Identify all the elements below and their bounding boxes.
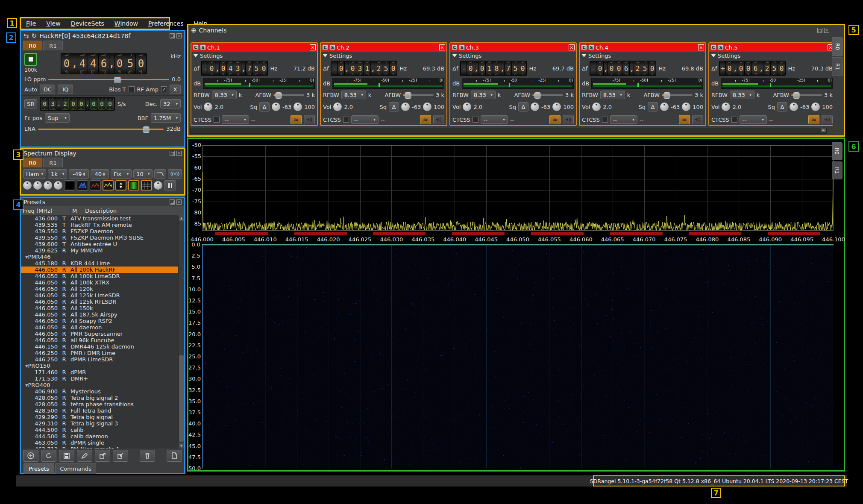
preset-row[interactable]: 446.050Rall 96k Funcube: [21, 337, 184, 343]
dial-digit[interactable]: 678: [504, 62, 511, 75]
spectrum-plot[interactable]: [202, 145, 834, 231]
channel-s-button[interactable]: S: [718, 44, 724, 50]
invert-waterfall-icon[interactable]: [115, 180, 126, 190]
audio-mute-button[interactable]: [433, 115, 444, 124]
menu-item-view[interactable]: View: [46, 20, 60, 27]
ctcss-dropdown[interactable]: --▾: [351, 115, 379, 124]
dial-digit[interactable]: 901: [778, 62, 785, 75]
dial-digit[interactable]: 901: [114, 54, 125, 73]
tab-r1[interactable]: R1: [43, 158, 63, 167]
squelch-gate-knob[interactable]: [552, 103, 561, 111]
grid-intensity-knob[interactable]: [154, 181, 162, 190]
audio-bandpass-button[interactable]: ≈: [679, 115, 690, 124]
waterfall-plot[interactable]: [202, 244, 834, 469]
display-knob[interactable]: [23, 181, 32, 190]
preset-row[interactable]: 463.050RdPMR single: [21, 440, 184, 446]
preset-row[interactable]: 439.550RF5ZKP Daemon RPi3 SUSE: [21, 234, 184, 241]
audio-mute-button[interactable]: [822, 115, 833, 124]
dial-digit[interactable]: 901: [337, 62, 344, 75]
dial-digit[interactable]: 901: [596, 62, 603, 75]
preset-row[interactable]: 446.050RAll 125k RTLSDR: [21, 299, 184, 305]
grid-icon[interactable]: [141, 180, 152, 190]
squelch-delta-button[interactable]: Δ: [648, 102, 658, 111]
channel-header[interactable]: CSCh.1✕: [191, 43, 317, 52]
preset-row[interactable]: 446.050RAll 125k LimeSDR: [21, 292, 184, 299]
channel-c-button[interactable]: C: [193, 44, 199, 50]
dec-dropdown[interactable]: 32▾: [160, 99, 181, 108]
bbf-dropdown[interactable]: 1.75M▾: [151, 113, 181, 123]
sr-button[interactable]: SR: [24, 99, 37, 108]
ctcss-dropdown[interactable]: --▾: [610, 115, 637, 124]
averaging-value-dropdown[interactable]: 10▾: [133, 169, 153, 179]
histogram-blue-icon[interactable]: [77, 180, 88, 190]
channel-s-button[interactable]: S: [200, 44, 206, 50]
delete-preset-button[interactable]: [140, 450, 155, 462]
squelch-delta-button[interactable]: Δ: [389, 102, 399, 111]
ctcss-checkbox[interactable]: [473, 117, 478, 123]
presets-scrollbar[interactable]: ▲▼: [178, 215, 184, 448]
squelch-gate-knob[interactable]: [294, 103, 302, 111]
preset-row[interactable]: 439.625RMy MMDVM: [21, 247, 184, 254]
volume-knob[interactable]: [463, 103, 471, 111]
volume-knob[interactable]: [592, 103, 601, 111]
preset-row[interactable]: 436.000TATV transmission test: [21, 215, 184, 222]
squelch-knob[interactable]: [401, 103, 410, 111]
ctcss-dropdown[interactable]: --▾: [481, 115, 508, 124]
frequency-dial[interactable]: 901,345345567,901456901: [61, 53, 147, 74]
decim-x-button[interactable]: X: [170, 85, 181, 94]
device-title-bar[interactable]: ⇆ ↻ HackRF[0] 453c64c8214d178f: [21, 31, 184, 41]
squelch-knob[interactable]: [531, 103, 539, 111]
audio-mute-button[interactable]: [304, 115, 315, 124]
dial-digit[interactable]: 901: [744, 62, 751, 75]
preset-row[interactable]: 444.500Rcalib: [21, 427, 184, 433]
display-knob[interactable]: [33, 181, 42, 190]
dial-digit[interactable]: 789: [493, 62, 500, 75]
dial-digit[interactable]: 123: [634, 62, 641, 75]
ctcss-checkbox[interactable]: [602, 117, 608, 123]
preset-row[interactable]: 428.050Rtetra phase transitions: [21, 401, 184, 407]
squelch-delta-button[interactable]: Δ: [259, 102, 270, 111]
group-caret-icon[interactable]: ▾: [21, 363, 28, 369]
preset-row[interactable]: 446.050RPMR Superscanner: [21, 331, 184, 337]
dial-digit[interactable]: 234: [234, 62, 241, 75]
afbw-slider[interactable]: [403, 92, 434, 98]
dial-digit[interactable]: 012: [363, 62, 370, 75]
display-knob[interactable]: [54, 181, 62, 190]
edit-preset-button[interactable]: [77, 450, 92, 462]
file-dialog-button[interactable]: [167, 450, 182, 462]
channel-c-button[interactable]: C: [710, 44, 716, 50]
dial-digit[interactable]: 901: [519, 62, 526, 75]
squelch-delta-button[interactable]: Δ: [518, 102, 528, 111]
tab-presets[interactable]: Presets: [23, 463, 54, 474]
channel-settings-toggle[interactable]: Settings: [709, 52, 833, 59]
preset-group-row[interactable]: ▾ PMR446: [21, 254, 184, 260]
channels-vtab-r1[interactable]: R1: [832, 57, 843, 76]
freeze-button[interactable]: [164, 180, 176, 190]
channel-header[interactable]: CSCh.4✕: [580, 43, 705, 52]
dial-digit[interactable]: 456: [252, 62, 260, 75]
dial-digit[interactable]: 567: [751, 62, 759, 75]
close-window-icon[interactable]: [824, 28, 829, 33]
channel-close-icon[interactable]: ✕: [310, 44, 316, 50]
preset-row[interactable]: 429.290RTetra big signal: [21, 414, 184, 420]
volume-knob[interactable]: [722, 103, 730, 111]
dial-digit[interactable]: 456: [125, 54, 135, 73]
scroll-thumb[interactable]: [179, 355, 184, 442]
update-preset-button[interactable]: [41, 450, 56, 462]
spectrum-vtab-r1[interactable]: R1: [832, 161, 842, 179]
channels-vtab-r0[interactable]: R0: [832, 37, 843, 56]
dial-digit[interactable]: 456: [641, 62, 648, 75]
dial-digit[interactable]: 901: [98, 98, 106, 110]
group-caret-icon[interactable]: ▾: [21, 254, 28, 260]
dial-digit[interactable]: 123: [62, 98, 69, 110]
dial-digit[interactable]: 901: [648, 62, 655, 75]
channel-close-icon[interactable]: ✕: [439, 44, 445, 50]
dial-digit[interactable]: 234: [356, 62, 363, 75]
dial-digit[interactable]: 456: [511, 62, 519, 75]
dial-digit[interactable]: 456: [770, 62, 778, 75]
dial-digit[interactable]: 901: [608, 62, 615, 75]
channel-header[interactable]: CSCh.3✕: [450, 43, 576, 52]
squelch-delta-button[interactable]: Δ: [777, 102, 787, 111]
audio-bandpass-button[interactable]: ≈: [808, 115, 819, 124]
preset-row[interactable]: 446.050RAll 187.5k Airspy: [21, 311, 184, 318]
